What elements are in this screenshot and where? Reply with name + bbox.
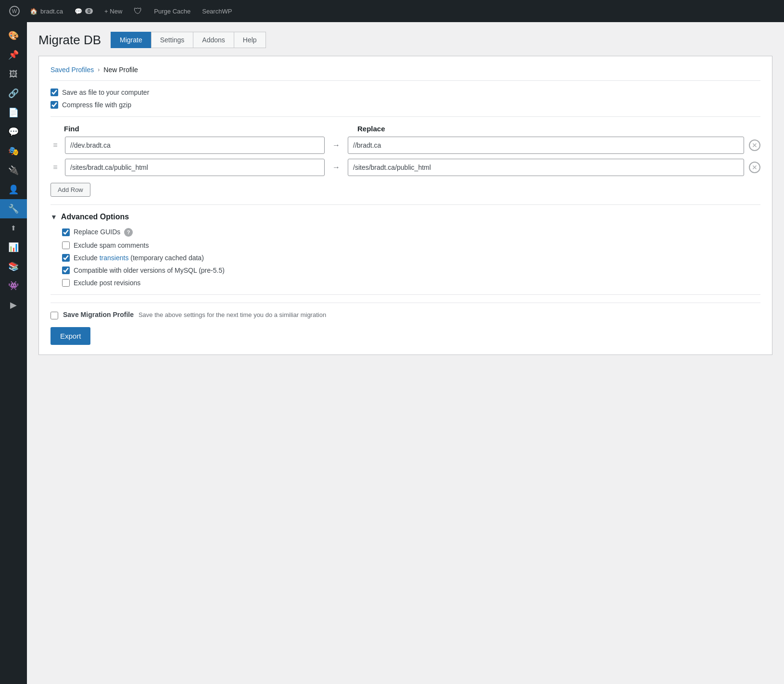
find-input-2[interactable] [65, 159, 325, 176]
admin-bar-site[interactable]: 🏠 bradt.ca [25, 5, 68, 18]
mysql-compat-row: Compatible with older versions of MySQL … [62, 266, 760, 274]
drag-handle-2[interactable]: ≡ [51, 163, 60, 172]
replace-guids-checkbox[interactable] [62, 228, 70, 236]
replace-guids-help-icon[interactable]: ? [124, 228, 133, 237]
exclude-spam-row: Exclude spam comments [62, 241, 760, 249]
exclude-transients-label[interactable]: Exclude transients (temporary cached dat… [74, 254, 204, 262]
admin-bar-comments[interactable]: 💬 0 [70, 5, 98, 18]
breadcrumb-separator: › [98, 66, 100, 73]
replace-input-2[interactable] [348, 159, 744, 176]
advanced-options-toggle[interactable]: ▼ Advanced Options [51, 213, 760, 221]
exclude-spam-label[interactable]: Exclude spam comments [74, 241, 149, 249]
compress-gzip-row: Compress file with gzip [51, 101, 760, 109]
find-replace-headers: Find Replace [51, 125, 760, 133]
admin-bar-yoast[interactable]: 🛡 [129, 3, 147, 19]
sidebar-item-users[interactable]: 👤 [0, 180, 27, 199]
exclude-revisions-label[interactable]: Exclude post revisions [74, 279, 140, 287]
pages-icon: 📄 [8, 107, 19, 118]
yoast-icon: 🛡 [134, 6, 142, 16]
sidebar-item-seo[interactable]: 📊 [0, 238, 27, 257]
sidebar-item-misc[interactable]: 👾 [0, 276, 27, 295]
sidebar-item-media[interactable]: 🖼 [0, 64, 27, 84]
advanced-options: ▼ Advanced Options Replace GUIDs ? Exclu… [51, 213, 760, 287]
plugins-icon: 🔌 [8, 165, 19, 176]
tools-icon: 🔧 [8, 203, 19, 214]
users-icon: 👤 [8, 184, 19, 195]
tab-addons[interactable]: Addons [193, 32, 233, 48]
svg-text:W: W [12, 8, 17, 14]
main-content: Migrate DB Migrate Settings Addons Help … [27, 22, 784, 684]
home-icon: 🏠 [30, 8, 38, 15]
site-label: bradt.ca [40, 8, 63, 15]
mysql-compat-label[interactable]: Compatible with older versions of MySQL … [74, 266, 225, 274]
find-header: Find [64, 125, 333, 133]
save-profile-checkbox[interactable] [51, 312, 58, 319]
advanced-options-title: Advanced Options [61, 213, 129, 221]
tab-migrate[interactable]: Migrate [111, 32, 151, 48]
new-label: + New [104, 8, 122, 15]
content-area: Saved Profiles › New Profile Save as fil… [38, 56, 772, 355]
compress-gzip-checkbox[interactable] [51, 101, 58, 109]
exclude-transients-checkbox[interactable] [62, 254, 70, 262]
admin-bar-purge[interactable]: Purge Cache [149, 5, 195, 18]
save-as-file-label[interactable]: Save as file to your computer [62, 89, 149, 96]
drag-handle-1[interactable]: ≡ [51, 141, 60, 150]
sidebar-item-play[interactable]: ▶ [0, 295, 27, 315]
mysql-compat-checkbox[interactable] [62, 266, 70, 274]
sidebar-item-library[interactable]: 📚 [0, 257, 27, 276]
export-button[interactable]: Export [51, 327, 90, 345]
exclude-revisions-checkbox[interactable] [62, 279, 70, 287]
divider-1 [51, 116, 760, 117]
sidebar-item-plugins[interactable]: 🔌 [0, 161, 27, 180]
comment-icon: 💬 [75, 8, 82, 15]
tab-bar: Migrate Settings Addons Help [111, 32, 266, 48]
dashboard-icon: 🎨 [8, 30, 19, 41]
tab-settings[interactable]: Settings [151, 32, 193, 48]
save-profile-section: Save Migration Profile Save the above se… [51, 303, 760, 319]
tab-help[interactable]: Help [234, 32, 266, 48]
replace-guids-label[interactable]: Replace GUIDs ? [74, 228, 133, 237]
settings-icon: ⬆ [11, 224, 16, 232]
admin-bar-searchwp[interactable]: SearchWP [197, 5, 237, 18]
find-input-1[interactable] [65, 137, 325, 154]
wp-logo[interactable]: W [6, 2, 23, 20]
sidebar-item-posts[interactable]: 📌 [0, 45, 27, 64]
exclude-revisions-row: Exclude post revisions [62, 279, 760, 287]
comments-sidebar-icon: 💬 [8, 127, 19, 137]
remove-row-btn-2[interactable]: ✕ [749, 162, 760, 173]
sidebar-item-tools[interactable]: 🔧 [0, 199, 27, 218]
sidebar-item-comments[interactable]: 💬 [0, 122, 27, 141]
remove-row-btn-1[interactable]: ✕ [749, 139, 760, 151]
find-replace-row-1: ≡ → ✕ [51, 137, 760, 154]
transients-link[interactable]: transients [100, 254, 129, 262]
appearance-icon: 🎭 [8, 146, 19, 156]
admin-bar-new[interactable]: + New [100, 5, 127, 18]
divider-2 [51, 204, 760, 205]
compress-gzip-label[interactable]: Compress file with gzip [62, 101, 131, 109]
divider-3 [51, 294, 760, 295]
breadcrumb-saved-profiles[interactable]: Saved Profiles [51, 66, 94, 74]
save-as-file-checkbox[interactable] [51, 89, 58, 96]
posts-icon: 📌 [8, 50, 19, 60]
replace-input-1[interactable] [348, 137, 744, 154]
sidebar-item-dashboard[interactable]: 🎨 [0, 26, 27, 45]
library-icon: 📚 [8, 261, 19, 272]
sidebar-item-appearance[interactable]: 🎭 [0, 141, 27, 161]
find-replace-section: Find Replace ≡ → ✕ ≡ → ✕ Add Row [51, 125, 760, 197]
exclude-spam-checkbox[interactable] [62, 241, 70, 249]
triangle-icon: ▼ [51, 213, 57, 221]
searchwp-label: SearchWP [202, 8, 232, 15]
save-profile-description: Save the above settings for the next tim… [139, 311, 326, 318]
media-icon: 🖼 [9, 69, 18, 79]
sidebar-item-settings[interactable]: ⬆ [0, 218, 27, 238]
sidebar-item-pages[interactable]: 📄 [0, 103, 27, 122]
seo-icon: 📊 [8, 242, 19, 253]
add-row-button[interactable]: Add Row [51, 183, 90, 197]
sidebar-item-links[interactable]: 🔗 [0, 84, 27, 103]
arrow-icon-1: → [332, 141, 340, 150]
sidebar: 🎨 📌 🖼 🔗 📄 💬 🎭 🔌 👤 🔧 ⬆ 📊 📚 👾 ▶ [0, 22, 27, 684]
purge-label: Purge Cache [154, 8, 190, 15]
advanced-options-content: Replace GUIDs ? Exclude spam comments Ex… [51, 228, 760, 287]
save-profile-label[interactable]: Save Migration Profile Save the above se… [63, 311, 326, 318]
page-title: Migrate DB [38, 33, 101, 48]
